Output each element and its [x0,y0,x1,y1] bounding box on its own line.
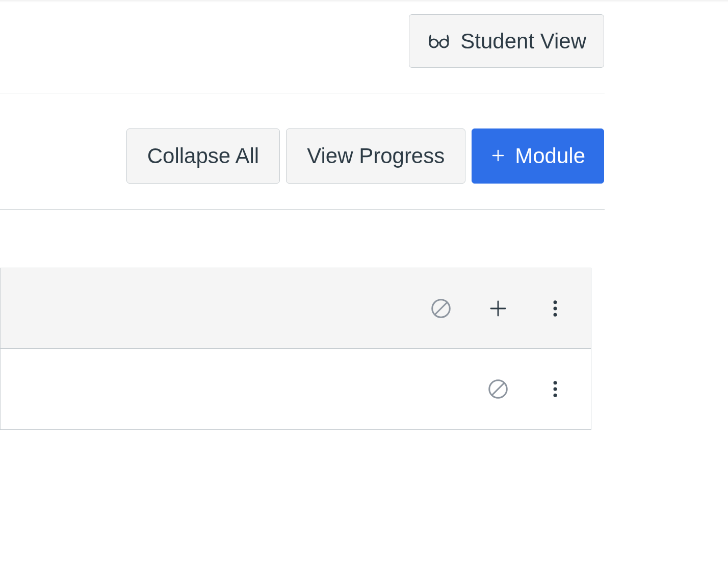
module-container [0,268,591,430]
top-shadow [0,0,728,3]
add-item-button[interactable] [484,294,512,323]
svg-point-10 [554,313,557,316]
student-view-label: Student View [460,29,586,54]
view-progress-label: View Progress [307,144,445,168]
unpublished-icon[interactable] [484,375,512,403]
add-module-label: Module [515,144,585,168]
glasses-icon [427,29,451,54]
module-item-row [1,349,591,429]
module-options-button[interactable] [541,294,569,323]
svg-line-5 [435,302,447,314]
svg-line-12 [492,383,504,395]
svg-point-15 [554,394,557,397]
svg-point-1 [440,39,448,47]
module-toolbar: Collapse All View Progress Module [126,128,604,184]
svg-point-8 [554,300,557,304]
student-view-button[interactable]: Student View [409,14,604,68]
unpublished-icon[interactable] [427,294,455,323]
svg-point-9 [554,306,557,310]
add-module-button[interactable]: Module [472,128,604,184]
divider [0,209,605,210]
plus-icon [490,144,506,168]
module-header-row [1,268,591,349]
collapse-all-button[interactable]: Collapse All [126,128,280,184]
svg-point-14 [554,388,557,391]
item-options-button[interactable] [541,375,569,403]
divider [0,93,605,93]
view-progress-button[interactable]: View Progress [286,128,465,184]
collapse-all-label: Collapse All [147,144,259,168]
svg-point-0 [430,39,438,47]
svg-point-13 [554,381,557,384]
